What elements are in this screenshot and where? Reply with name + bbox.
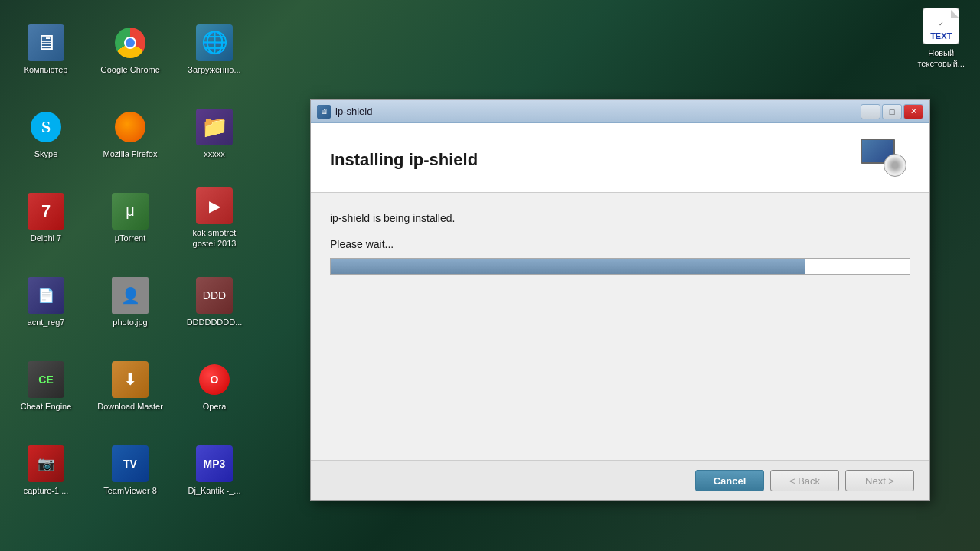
icon-label-capture: capture-1.... [24,485,69,496]
capture-icon: 📷 [28,445,64,482]
desktop-icon-new-text[interactable]: TEXT ✓ Новый текстовый... [917,8,965,70]
icon-label-xxxxx: xxxxx [204,148,225,159]
desktop-icon-firefox[interactable]: Mozilla Firefox [88,92,172,176]
photo-icon: 👤 [112,277,149,314]
desktop-icon-teamviewer[interactable]: TV TeamViewer 8 [88,429,172,513]
folder-icon: 📁 [196,109,233,145]
opera-icon: O [196,361,233,398]
delphi-icon: 7 [28,193,64,230]
next-button[interactable]: Next > [845,470,914,491]
installer-dialog: 🖥 ip-shield ─ □ ✕ Installing ip-shield i… [310,99,930,501]
icon-label-download: Download Master [97,401,163,412]
computer-icon: 🖥 [28,24,64,61]
dns-icon: 🌐 [196,24,233,61]
text-file-icon: TEXT ✓ [923,8,959,44]
icon-label-opera: Opera [203,401,227,412]
utorrent-icon: μ [112,193,149,230]
back-button[interactable]: < Back [770,470,839,491]
kak-icon: ▶ [196,187,233,224]
cd-disc-icon [884,154,906,177]
please-wait-text: Please wait... [330,238,910,250]
dialog-title-bar: 🖥 ip-shield ─ □ ✕ [311,100,929,123]
dialog-main-title: Installing ip-shield [330,150,478,170]
icon-label-acnt: acnt_reg7 [28,317,65,328]
desktop-icon-ddd[interactable]: DDD DDDDDDDD... [172,260,256,344]
dialog-app-icon: 🖥 [317,105,331,119]
chrome-icon [112,24,149,61]
dialog-body: ip-shield is being installed. Please wai… [311,193,929,460]
desktop-icon-delphi[interactable]: 7 Delphi 7 [4,176,88,260]
ddd-icon: DDD [196,277,233,314]
maximize-button[interactable]: □ [882,104,902,119]
skype-icon: S [28,109,64,145]
cheat-icon: CE [28,361,64,398]
icon-label-teamviewer: TeamViewer 8 [103,485,157,496]
firefox-icon [112,109,149,145]
acnt-icon: 📄 [28,277,64,314]
icon-label-cheat: Cheat Engine [21,401,72,412]
desktop-icon-acnt[interactable]: 📄 acnt_reg7 [4,260,88,344]
desktop-icon-download[interactable]: ⬇ Download Master [88,344,172,429]
installing-status-text: ip-shield is being installed. [330,212,910,224]
desktop-icon-cheat[interactable]: CE Cheat Engine [4,344,88,429]
desktop-icon-kak[interactable]: ▶ kak smotret gostei 2013 [172,176,256,260]
icon-label-skype: Skype [34,148,58,159]
desktop-icon-mp3[interactable]: MP3 Dj_Kantik -_... [172,429,256,513]
desktop-icons-area: 🖥 Компьютер Google Chrome 🌐 Загруженно..… [0,0,299,551]
icon-label-photo: photo.jpg [113,317,147,328]
monitor-cd-icon [861,139,906,177]
dialog-title-text: ip-shield [335,106,861,117]
icon-label-kak: kak smotret gostei 2013 [193,227,237,249]
icon-label-zagruzhenno: Загруженно... [188,64,240,75]
desktop-icon-utorrent[interactable]: μ µTorrent [88,176,172,260]
icon-label-utorrent: µTorrent [115,233,146,243]
icon-label-chrome: Google Chrome [100,64,160,75]
progress-bar-fill [331,259,805,274]
desktop-icon-chrome[interactable]: Google Chrome [88,8,172,92]
icon-label-ddd: DDDDDDDD... [187,317,243,328]
desktop-icon-zagruzhenno[interactable]: 🌐 Загруженно... [172,8,256,92]
icon-label-new-text: Новый текстовый... [917,47,965,70]
desktop-icon-skype[interactable]: S Skype [4,92,88,176]
icon-label-computer: Компьютер [24,64,68,75]
minimize-button[interactable]: ─ [861,104,880,119]
icon-label-delphi: Delphi 7 [31,233,61,243]
cancel-button[interactable]: Cancel [695,470,764,491]
dialog-footer: Cancel < Back Next > [311,460,929,500]
icon-label-firefox: Mozilla Firefox [103,148,158,159]
close-button[interactable]: ✕ [903,104,923,119]
desktop-icon-computer[interactable]: 🖥 Компьютер [4,8,88,92]
download-icon: ⬇ [112,361,149,398]
desktop: 🖥 Компьютер Google Chrome 🌐 Загруженно..… [0,0,980,551]
icon-label-mp3: Dj_Kantik -_... [188,485,240,496]
dialog-header: Installing ip-shield [311,123,929,193]
desktop-icon-opera[interactable]: O Opera [172,344,256,429]
progress-bar-container [330,258,910,275]
mp3-icon: MP3 [196,445,233,482]
window-controls: ─ □ ✕ [861,104,923,119]
teamviewer-icon: TV [112,445,149,482]
header-icon-area [861,139,910,181]
desktop-icon-photo[interactable]: 👤 photo.jpg [88,260,172,344]
desktop-icon-xxxxx[interactable]: 📁 xxxxx [172,92,256,176]
desktop-icon-capture[interactable]: 📷 capture-1.... [4,429,88,513]
